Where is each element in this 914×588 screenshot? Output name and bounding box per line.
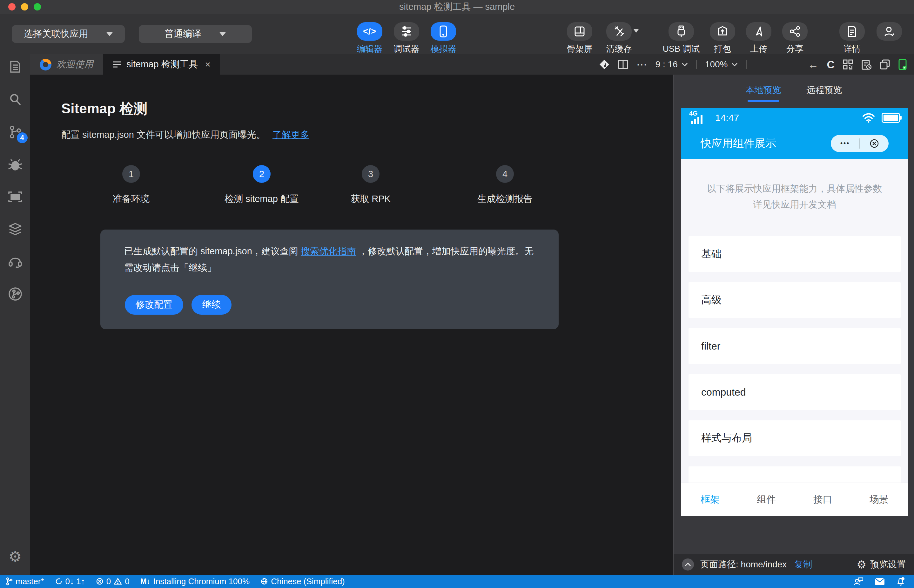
usb-debug-button[interactable]: USB 调试 xyxy=(657,22,705,55)
seo-guide-link[interactable]: 搜索优化指南 xyxy=(301,246,356,256)
feedback-icon[interactable] xyxy=(854,577,863,586)
compile-mode-select[interactable]: 普通编译 xyxy=(139,25,252,43)
debug-icon[interactable] xyxy=(8,157,23,172)
learn-more-link[interactable]: 了解更多 xyxy=(272,129,309,140)
aspect-ratio-select[interactable]: 9 : 16 xyxy=(655,59,688,69)
simulator-mode-button[interactable]: 模拟器 xyxy=(419,22,467,55)
list-item-partial[interactable] xyxy=(689,467,901,483)
signal-icon: 4G xyxy=(689,110,710,125)
modify-config-button[interactable]: 修改配置 xyxy=(125,295,183,315)
list-item-computed[interactable]: computed xyxy=(689,374,901,410)
continue-button[interactable]: 继续 xyxy=(191,295,231,315)
step-connector xyxy=(155,174,225,174)
zoom-window-button[interactable] xyxy=(34,3,41,10)
share-button[interactable]: 分享 xyxy=(771,22,819,55)
share-label: 分享 xyxy=(786,43,804,55)
source-control-icon[interactable]: 4 xyxy=(8,125,23,139)
phone-simulator: 4G 14:47 快应用组件展示 ••• xyxy=(681,108,908,516)
run-branch-icon[interactable] xyxy=(8,286,23,302)
list-item-style-layout[interactable]: 样式与布局 xyxy=(689,420,901,456)
quickapp-logo-icon xyxy=(40,59,52,71)
page-description: 配置 sitemap.json 文件可以增加快应用页面曝光。 了解更多 xyxy=(61,129,309,141)
preview-settings-button[interactable]: ⚙ 预览设置 xyxy=(857,559,906,570)
phone-content: 以下将展示快应用框架能力，具体属性参数 详见快应用开发文档 基础 高级 filt… xyxy=(681,159,908,483)
qr-code-icon[interactable] xyxy=(843,59,853,69)
close-tab-icon[interactable]: × xyxy=(205,59,211,70)
tab-remote-preview[interactable]: 远程预览 xyxy=(807,84,842,102)
close-app-icon[interactable] xyxy=(860,139,888,148)
step-3-circle: 3 xyxy=(362,165,380,183)
preview-settings-label: 预览设置 xyxy=(870,559,906,570)
phone-time: 14:47 xyxy=(715,112,739,123)
report-history-icon[interactable] xyxy=(861,59,872,70)
compile-mode-select-label: 普通编译 xyxy=(165,27,201,40)
app-window: sitemap 检测工具 — sample 选择关联快应用 普通编译 </> 编… xyxy=(0,0,914,588)
step-1-circle: 1 xyxy=(122,165,140,183)
device-connected-icon[interactable] xyxy=(898,59,907,70)
statusbar-right-icons xyxy=(854,577,908,586)
sync-icon xyxy=(55,578,63,585)
zoom-select[interactable]: 100% xyxy=(705,59,738,69)
list-item-filter[interactable]: filter xyxy=(689,328,901,364)
linked-quickapp-select[interactable]: 选择关联快应用 xyxy=(12,25,125,43)
step-3-label: 获取 RPK xyxy=(351,193,391,205)
step-4-circle: 4 xyxy=(496,165,514,183)
git-branch-status[interactable]: master* xyxy=(6,577,44,586)
search-icon[interactable] xyxy=(8,92,23,107)
warning-icon xyxy=(114,578,122,585)
list-item-basic[interactable]: 基础 xyxy=(689,236,901,272)
files-icon[interactable] xyxy=(8,59,23,74)
gear-icon: ⚙ xyxy=(857,559,866,570)
window-title: sitemap 检测工具 — sample xyxy=(399,1,515,13)
list-item-advanced[interactable]: 高级 xyxy=(689,282,901,318)
menu-dots-icon[interactable]: ••• xyxy=(831,140,859,147)
minimize-window-button[interactable] xyxy=(21,3,28,10)
preview-footer: 页面路径: home/index 复制 ⚙ 预览设置 xyxy=(674,554,914,575)
back-icon[interactable]: ← xyxy=(807,58,819,71)
component-list: 基础 高级 filter computed 样式与布局 xyxy=(689,236,901,483)
tab-local-preview[interactable]: 本地预览 xyxy=(746,84,781,102)
sync-status[interactable]: 0↓ 1↑ xyxy=(55,577,85,586)
notice-panel: 已生成默认配置的 sitemap.json，建议查阅 搜索优化指南 ，修改默认配… xyxy=(100,229,559,329)
bottom-tab-framework[interactable]: 框架 xyxy=(700,493,720,506)
phone-statusbar: 4G 14:47 xyxy=(681,108,908,128)
clear-cache-button[interactable]: 清缓存 xyxy=(595,22,643,55)
notice-text: 已生成默认配置的 sitemap.json，建议查阅 搜索优化指南 ，修改默认配… xyxy=(124,243,537,276)
bottom-tab-components[interactable]: 组件 xyxy=(757,493,776,506)
editor-mode-label: 编辑器 xyxy=(357,43,383,55)
phone-bottom-tabbar: 框架 组件 接口 场景 xyxy=(681,483,908,516)
collapse-chevron-icon[interactable] xyxy=(682,559,694,570)
copy-path-link[interactable]: 复制 xyxy=(794,559,812,570)
support-headset-icon[interactable] xyxy=(8,254,23,268)
divider xyxy=(696,60,697,69)
code-icon: </> xyxy=(357,22,382,40)
bottom-tab-interfaces[interactable]: 接口 xyxy=(813,493,832,506)
step-2-circle: 2 xyxy=(253,165,270,183)
step-2-label: 检测 sitemap 配置 xyxy=(225,193,299,205)
chromium-task-status[interactable]: M↓ Installing Chromium 100% xyxy=(141,577,250,586)
tab-sitemap-label: sitemap 检测工具 xyxy=(126,58,198,71)
layers-icon[interactable] xyxy=(8,221,23,236)
tab-welcome[interactable]: 欢迎使用 xyxy=(30,54,103,74)
send-icon xyxy=(746,22,772,40)
notifications-bell-icon[interactable] xyxy=(896,577,905,586)
language-status[interactable]: Chinese (Simplified) xyxy=(260,577,345,586)
mail-icon[interactable] xyxy=(875,578,885,585)
page-title: Sitemap 检测 xyxy=(61,99,147,118)
screen-preview-icon[interactable] xyxy=(8,190,23,204)
tab-sitemap-tool[interactable]: sitemap 检测工具 × xyxy=(103,54,220,74)
bottom-tab-scenes[interactable]: 场景 xyxy=(870,493,888,506)
problems-status[interactable]: 0 0 xyxy=(96,577,129,586)
skeleton-label: 骨架屏 xyxy=(567,43,593,55)
account-button[interactable] xyxy=(865,22,913,40)
copy-icon[interactable] xyxy=(880,59,890,69)
phone-icon xyxy=(430,22,456,40)
close-window-button[interactable] xyxy=(8,3,16,10)
run-diamond-icon[interactable] xyxy=(599,59,610,70)
refresh-icon[interactable]: C xyxy=(827,58,835,71)
split-editor-icon[interactable] xyxy=(618,60,628,69)
more-actions-icon[interactable]: ⋯ xyxy=(636,58,647,71)
usb-icon xyxy=(668,22,694,40)
step-connector xyxy=(285,174,356,174)
settings-gear-icon[interactable]: ⚙ xyxy=(8,548,22,565)
